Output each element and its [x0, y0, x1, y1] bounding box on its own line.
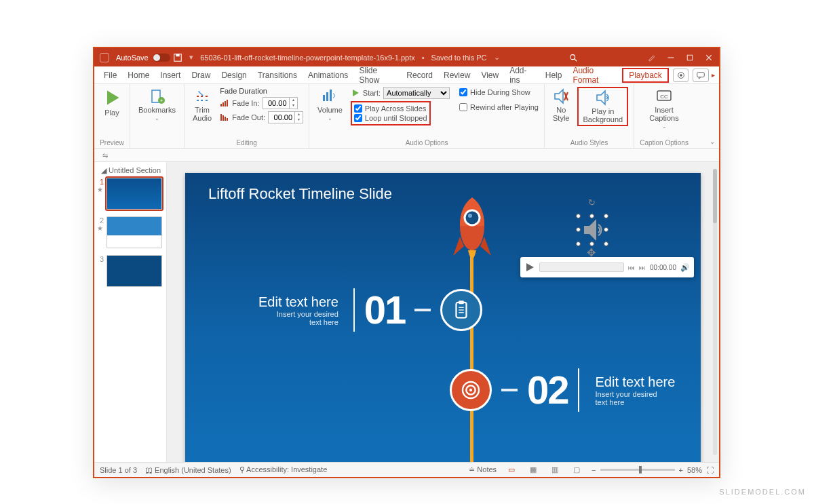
volume-button[interactable]: Volume ⌄	[315, 87, 345, 123]
maximize-icon[interactable]	[685, 54, 695, 62]
ribbon-toggle-bar[interactable]: ⇋	[94, 149, 719, 162]
tab-view[interactable]: View	[476, 68, 504, 83]
zoom-control[interactable]: − + 58% ⛶	[592, 466, 714, 474]
hide-checkbox[interactable]: Hide During Show	[459, 88, 539, 96]
section-header[interactable]: ◢ Untitled Section	[101, 166, 163, 175]
svg-marker-11	[107, 91, 119, 105]
audio-play-icon[interactable]	[524, 262, 535, 273]
svg-line-3	[575, 58, 577, 61]
svg-point-35	[468, 214, 472, 218]
save-icon[interactable]	[173, 53, 182, 62]
target-icon	[450, 369, 492, 411]
vertical-scrollbar[interactable]	[711, 162, 719, 462]
collapse-ribbon-icon[interactable]: ⌄	[710, 138, 715, 145]
zoom-in-icon[interactable]: +	[679, 466, 683, 474]
close-icon[interactable]	[704, 54, 714, 62]
sorter-view-icon[interactable]: ▦	[526, 465, 540, 476]
play-in-background-button[interactable]: Play in Background	[577, 87, 628, 126]
tab-record[interactable]: Record	[401, 68, 438, 83]
tab-help[interactable]: Help	[540, 68, 568, 83]
group-bookmarks: + Bookmarks ⌄	[130, 84, 185, 148]
pen-icon[interactable]	[647, 54, 657, 62]
slide-title[interactable]: Liftoff Rocket Timeline Slide	[208, 185, 392, 203]
comments-button[interactable]	[693, 69, 709, 82]
accessibility-button[interactable]: ⚲ Accessibility: Investigate	[239, 465, 328, 474]
tab-transitions[interactable]: Transitions	[252, 68, 303, 83]
app-window: AutoSave Off ▾ 65036-01-lift-off-rocket-…	[93, 47, 720, 478]
audio-volume-icon[interactable]: 🔊	[680, 263, 690, 272]
ribbon: Play Preview + Bookmarks ⌄ Trim Audio	[94, 84, 719, 149]
play-button[interactable]: Play	[100, 87, 124, 118]
fit-icon[interactable]: ⛶	[706, 466, 714, 474]
autosave-toggle[interactable]: AutoSave Off	[116, 54, 166, 62]
fade-controls: Fade Duration Fade In: ▴▾ Fade Out: ▴▾	[220, 87, 303, 123]
work-area: ◢ Untitled Section 1★ 2★ 3 Liftoff Rocke…	[94, 162, 719, 462]
audio-time: 00:00.00	[650, 264, 676, 271]
reading-view-icon[interactable]: ▥	[548, 465, 562, 476]
svg-marker-30	[597, 91, 605, 104]
loop-checkbox[interactable]: Loop until Stopped	[354, 114, 427, 122]
play-bg-label: Play in Background	[583, 107, 623, 123]
group-label: Editing	[236, 137, 257, 147]
notes-button[interactable]: ≐ Notes	[469, 465, 497, 474]
bookmarks-label: Bookmarks	[138, 106, 176, 114]
svg-rect-18	[227, 100, 228, 106]
tab-design[interactable]: Design	[216, 68, 252, 83]
trim-audio-label: Trim Audio	[193, 106, 212, 122]
svg-rect-22	[227, 118, 228, 121]
tab-review[interactable]: Review	[438, 68, 476, 83]
start-icon	[351, 88, 360, 98]
fade-out-input[interactable]: ▴▾	[268, 111, 303, 123]
loop-label: Loop until Stopped	[365, 114, 427, 122]
fade-in-input[interactable]: ▴▾	[263, 97, 298, 109]
audio-object[interactable]: ✥	[579, 216, 606, 244]
rocket-icon[interactable]	[452, 195, 492, 269]
svg-marker-26	[353, 90, 359, 96]
svg-text:+: +	[159, 98, 163, 104]
group-captions: CC Insert Captions ⌄ Caption Options	[634, 84, 694, 148]
tab-insert[interactable]: Insert	[155, 68, 186, 83]
timeline-item-2[interactable]: 02 Edit text here Insert your desired te…	[450, 368, 675, 412]
overflow-icon[interactable]: ▸	[712, 71, 715, 79]
svg-rect-5	[687, 55, 693, 60]
app-icon	[100, 53, 109, 62]
fade-out-label: Fade Out:	[232, 113, 265, 121]
slide-counter[interactable]: Slide 1 of 3	[100, 466, 137, 474]
thumbnail-2[interactable]: 2★	[97, 216, 163, 248]
svg-marker-45	[526, 263, 534, 271]
rewind-checkbox[interactable]: Rewind after Playing	[459, 103, 539, 111]
bookmarks-button[interactable]: + Bookmarks ⌄	[136, 87, 178, 123]
audio-track[interactable]	[539, 263, 624, 272]
slideshow-view-icon[interactable]: ▢	[570, 465, 583, 476]
search-icon[interactable]	[568, 53, 578, 62]
svg-rect-10	[697, 72, 705, 77]
no-style-button[interactable]: No Style	[550, 87, 572, 123]
insert-captions-button[interactable]: CC Insert Captions ⌄	[646, 87, 681, 131]
skip-fwd-icon[interactable]: ⏭	[639, 264, 646, 271]
lang-button[interactable]: 🕮 English (United States)	[145, 466, 231, 474]
tab-animations[interactable]: Animations	[303, 68, 353, 83]
present-button[interactable]	[673, 69, 689, 82]
start-select[interactable]: Automatically	[383, 87, 450, 99]
fade-out-icon	[220, 113, 229, 121]
thumbnail-1[interactable]: 1★	[97, 178, 163, 210]
tab-draw[interactable]: Draw	[186, 68, 216, 83]
timeline-item-1[interactable]: Edit text here Insert your desired text …	[258, 288, 482, 332]
tab-home[interactable]: Home	[122, 68, 155, 83]
status-bar: Slide 1 of 3 🕮 English (United States) ⚲…	[94, 462, 719, 477]
trim-audio-button[interactable]: Trim Audio	[190, 87, 214, 123]
zoom-slider[interactable]	[600, 469, 675, 471]
tab-file[interactable]: File	[98, 68, 122, 83]
item1-sub: Insert your desired text here	[258, 310, 338, 326]
group-label: Preview	[100, 137, 124, 147]
zoom-out-icon[interactable]: −	[592, 466, 596, 474]
tab-playback[interactable]: Playback	[622, 68, 669, 83]
rotate-handle-icon[interactable]: ↻	[588, 197, 596, 208]
normal-view-icon[interactable]: ▭	[505, 465, 518, 476]
slide[interactable]: Liftoff Rocket Timeline Slide Edit text …	[185, 173, 701, 462]
play-across-checkbox[interactable]: Play Across Slides	[354, 104, 427, 113]
minimize-icon[interactable]	[666, 54, 676, 62]
thumbnail-3[interactable]: 3	[97, 255, 163, 287]
audio-player[interactable]: ⏮ ⏭ 00:00.00 🔊	[520, 257, 694, 277]
skip-back-icon[interactable]: ⏮	[628, 264, 635, 271]
